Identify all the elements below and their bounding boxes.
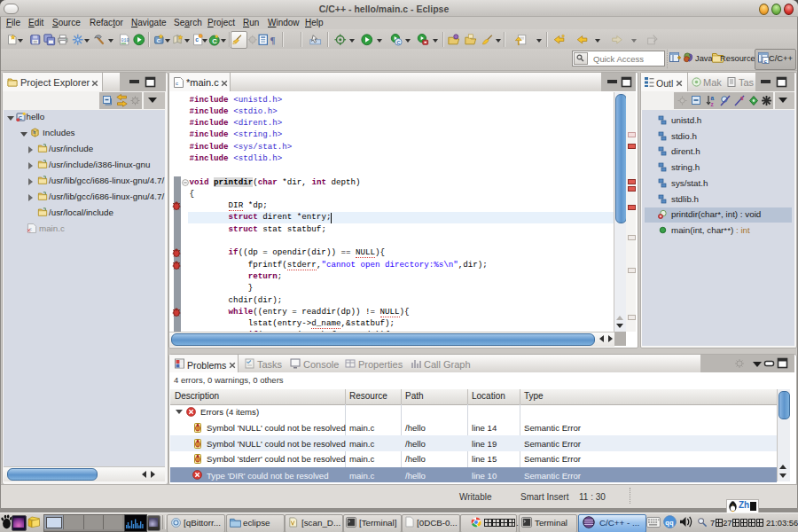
svg-text:C: C — [212, 37, 217, 45]
svg-text:qq: qq — [665, 519, 674, 527]
svg-text:¶: ¶ — [270, 35, 276, 45]
svg-text:C: C — [157, 38, 161, 43]
svg-text:c: c — [195, 36, 199, 43]
svg-text:c: c — [176, 81, 178, 86]
svg-text:c: c — [29, 226, 32, 231]
svg-text:z: z — [711, 101, 715, 107]
svg-text:h: h — [33, 130, 35, 135]
svg-text:s: s — [740, 95, 744, 101]
svg-text:C: C — [397, 40, 401, 45]
